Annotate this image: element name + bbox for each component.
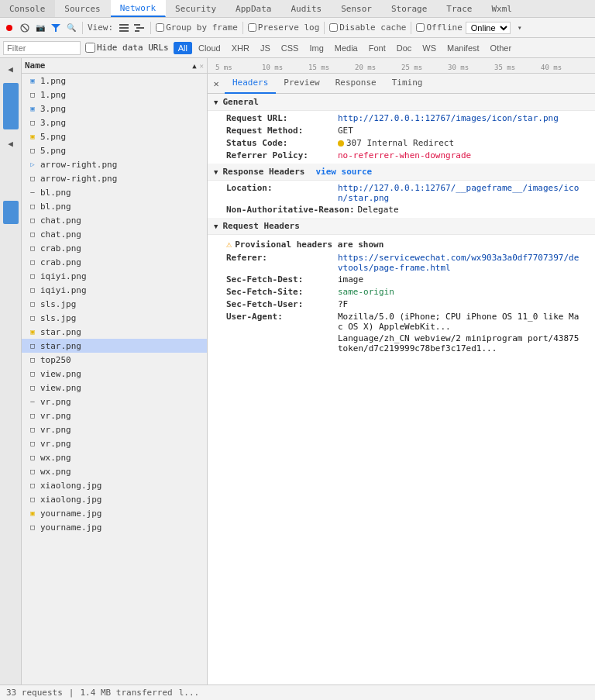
list-item[interactable]: □chat.png [22, 227, 207, 241]
more-options-icon[interactable]: ▾ [514, 22, 526, 34]
request-headers-section-header[interactable]: ▼ Request Headers [208, 218, 595, 235]
list-item[interactable]: □chat.png [22, 213, 207, 227]
list-item[interactable]: □vr.png [22, 422, 207, 436]
disable-cache-checkbox[interactable] [329, 23, 338, 32]
list-item[interactable]: □5.png [22, 143, 207, 157]
list-item[interactable]: □vr.png [22, 409, 207, 422]
list-item[interactable]: □bl.png [22, 199, 207, 213]
list-item[interactable]: □arrow-right.png [22, 171, 207, 185]
file-list-name-header[interactable]: Name ▲ ✕ [22, 58, 208, 73]
throttle-select-wrap[interactable]: Online [466, 22, 511, 34]
hide-data-urls-label[interactable]: Hide data URLs [85, 43, 169, 53]
list-item[interactable]: □iqiyi.png [22, 283, 207, 297]
list-item[interactable]: □view.png [22, 367, 207, 381]
filter-type-buttons: All Cloud XHR JS CSS Img Media Font Doc … [174, 42, 516, 54]
tab-sources[interactable]: Sources [55, 0, 110, 17]
tab-sensor[interactable]: Sensor [332, 0, 382, 17]
tab-network[interactable]: Network [111, 0, 166, 17]
list-item[interactable]: □xiaolong.jpg [22, 492, 207, 506]
tab-console[interactable]: Console [0, 0, 55, 17]
detail-tab-preview[interactable]: Preview [276, 74, 327, 94]
list-item[interactable]: —bl.png [22, 185, 207, 199]
list-item[interactable]: □vr.png [22, 436, 207, 450]
clear-icon[interactable] [19, 22, 31, 34]
list-item[interactable]: □sls.jpg [22, 311, 207, 325]
file-list-scroll[interactable]: ▣1.png □1.png ▣3.png □3.png ▣5.png □5.pn… [22, 74, 207, 684]
list-item[interactable]: ▣3.png [22, 102, 207, 116]
tab-wxml[interactable]: Wxml [482, 0, 522, 17]
tab-security[interactable]: Security [166, 0, 226, 17]
sidebar-icon-2[interactable]: ◀ [3, 136, 19, 151]
hide-data-urls-checkbox[interactable] [85, 43, 95, 53]
list-item[interactable]: □wx.png [22, 450, 207, 464]
request-method-key: Request Method: [226, 126, 335, 136]
close-panel-icon[interactable]: ✕ [200, 62, 204, 70]
general-section-content: Request URL: http://127.0.0.1:12767/imag… [208, 111, 595, 164]
list-view-icon[interactable] [118, 22, 130, 34]
list-item[interactable]: □sls.jpg [22, 297, 207, 311]
list-item[interactable]: □crab.png [22, 255, 207, 269]
sidebar-icon-1[interactable]: ◀ [3, 61, 19, 77]
detail-content[interactable]: ▼ General Request URL: http://127.0.0.1:… [208, 94, 595, 684]
offline-checkbox[interactable] [416, 23, 425, 32]
tab-storage[interactable]: Storage [382, 0, 437, 17]
list-item[interactable]: □wx.png [22, 464, 207, 478]
filter-type-all[interactable]: All [174, 42, 192, 54]
detail-tab-headers[interactable]: Headers [225, 74, 276, 94]
tab-trace[interactable]: Trace [437, 0, 482, 17]
list-item[interactable]: □star.png [22, 339, 207, 353]
list-item[interactable]: □top250 [22, 353, 207, 367]
detail-tab-timing[interactable]: Timing [384, 74, 431, 94]
filter-type-xhr[interactable]: XHR [227, 42, 254, 54]
list-item[interactable]: □1.png [22, 88, 207, 102]
filter-type-ws[interactable]: WS [418, 42, 441, 54]
detail-close-button[interactable]: ✕ [211, 78, 222, 89]
file-name: vr.png [40, 397, 71, 407]
list-item[interactable]: ▷arrow-right.png [22, 157, 207, 171]
file-name: crab.png [40, 257, 81, 267]
preserve-log-checkbox[interactable] [248, 23, 256, 32]
filter-type-css[interactable]: CSS [277, 42, 304, 54]
list-item[interactable]: ▣5.png [22, 129, 207, 143]
response-headers-section-header[interactable]: ▼ Response Headers view source [208, 164, 595, 181]
general-section-arrow: ▼ [214, 98, 218, 106]
preserve-log-checkbox-group[interactable]: Preserve log [248, 22, 319, 33]
filter-type-manifest[interactable]: Manifest [442, 42, 484, 54]
tab-audits[interactable]: Audits [281, 0, 332, 17]
list-item[interactable]: □iqiyi.png [22, 269, 207, 283]
group-by-frame-checkbox-group[interactable]: Group by frame [156, 22, 238, 33]
list-item[interactable]: □crab.png [22, 241, 207, 255]
filter-type-doc[interactable]: Doc [392, 42, 417, 54]
record-icon[interactable] [3, 22, 15, 34]
group-by-frame-checkbox[interactable] [156, 23, 164, 32]
filter-type-media[interactable]: Media [330, 42, 363, 54]
filter-type-cloud[interactable]: Cloud [194, 42, 225, 54]
file-type-icon: □ [28, 216, 37, 225]
search-icon[interactable]: 🔍 [65, 22, 77, 34]
filter-icon[interactable] [50, 22, 62, 34]
list-item[interactable]: □3.png [22, 116, 207, 129]
tab-appdata[interactable]: AppData [226, 0, 281, 17]
filter-type-other[interactable]: Other [486, 42, 517, 54]
sort-icon[interactable]: ▲ [192, 62, 196, 70]
disable-cache-checkbox-group[interactable]: Disable cache [329, 22, 406, 33]
list-item[interactable]: ▣star.png [22, 325, 207, 339]
throttle-select[interactable]: Online [466, 22, 511, 34]
status-code-key: Status Code: [226, 138, 335, 149]
detail-tab-response[interactable]: Response [328, 74, 384, 94]
list-item[interactable]: ▣1.png [22, 74, 207, 88]
list-item[interactable]: □xiaolong.jpg [22, 478, 207, 492]
filter-type-font[interactable]: Font [364, 42, 390, 54]
view-source-link[interactable]: view source [315, 167, 372, 177]
general-section-header[interactable]: ▼ General [208, 94, 595, 111]
list-item[interactable]: □yourname.jpg [22, 520, 207, 534]
offline-checkbox-group[interactable]: Offline [416, 22, 462, 33]
list-item[interactable]: ▣yourname.jpg [22, 506, 207, 520]
list-item[interactable]: —vr.png [22, 395, 207, 409]
camera-icon[interactable]: 📷 [34, 22, 46, 34]
filter-type-img[interactable]: Img [304, 42, 328, 54]
filter-input[interactable] [7, 43, 69, 53]
list-item[interactable]: □view.png [22, 381, 207, 395]
filter-type-js[interactable]: JS [256, 42, 275, 54]
waterfall-view-icon[interactable] [133, 22, 146, 34]
